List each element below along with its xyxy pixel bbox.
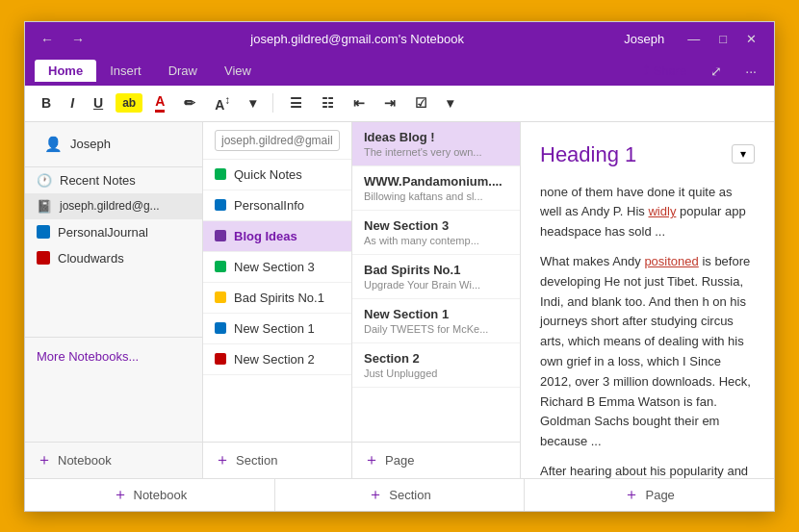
indent-increase-button[interactable]: ⇥ [377,92,402,114]
plus-icon-section: ＋ [215,450,230,470]
clock-icon: 🕐 [37,173,52,188]
titlebar-navigation: ← → [35,30,90,49]
window-controls: — □ ✕ [680,30,764,48]
main-content: 👤 Joseph 🕐 Recent Notes 📓 joseph.gildred… [25,122,774,478]
sections-panel: Quick Notes PersonalInfo Blog Ideas New … [203,122,352,478]
section-quick-notes[interactable]: Quick Notes [203,160,351,190]
checkbox-button[interactable]: ☑ [408,92,434,114]
add-page-button[interactable]: ＋ Page [364,450,508,470]
pages-panel: Ideas Blog ! The internet's very own... … [352,122,521,478]
more-format-button[interactable]: ▾ [440,92,460,114]
section-dot-blog-ideas [215,230,226,241]
page-item-4[interactable]: New Section 1 Daily TWEETS for McKe... [352,299,520,343]
tab-draw[interactable]: Draw [155,60,211,82]
tab-home[interactable]: Home [35,60,96,82]
tab-view[interactable]: View [211,60,265,82]
section-new-section-3[interactable]: New Section 3 [203,252,351,283]
separator-1 [272,93,273,113]
positoned-underline: positoned [644,254,698,268]
titlebar: ← → joseph.gildred@gmail.com's Notebook … [25,22,774,57]
section-dot-bad-spirits [215,291,226,303]
sidebar-item-notebook-active[interactable]: 📓 joseph.gildred@g... [25,193,202,219]
share-button[interactable]: ⤴ Share [634,60,696,82]
section-bad-spirits[interactable]: Bad Spirits No.1 [203,283,351,314]
plus-icon-bottom-page: ＋ [624,485,639,505]
sidebar-search-area: 👤 Joseph [25,122,202,167]
italic-button[interactable]: I [64,92,81,114]
section-dot-new-2 [215,353,226,365]
bold-button[interactable]: B [35,92,58,114]
section-dot-quick-notes [215,168,226,180]
plus-icon-page: ＋ [364,450,379,470]
ordered-list-button[interactable]: ☷ [315,92,341,114]
share-icon: ⤴ [643,63,650,78]
plus-icon-notebook: ＋ [37,450,52,470]
close-button[interactable]: ✕ [738,30,764,48]
maximize-button[interactable]: □ [711,30,735,48]
unordered-list-button[interactable]: ☰ [283,92,309,114]
page-item-5[interactable]: Section 2 Just Unplugged [352,343,520,388]
personal-journal-icon [37,225,50,239]
underline-button[interactable]: U [87,92,110,114]
eraser-button[interactable]: ✏ [177,92,202,114]
pages-footer: ＋ Page [352,442,520,478]
note-para-2: After hearing about his popularity and s… [540,462,755,477]
sidebar-item-personal-journal[interactable]: PersonalJournal [25,219,202,245]
note-para-0: none of them have done it quite as well … [540,183,755,242]
sidebar-item-recent[interactable]: 🕐 Recent Notes [25,167,202,193]
sidebar: 👤 Joseph 🕐 Recent Notes 📓 joseph.gildred… [25,122,203,478]
onenote-window: ← → joseph.gildred@gmail.com's Notebook … [24,21,775,512]
add-section-button[interactable]: ＋ Section [215,450,340,470]
forward-button[interactable]: → [65,30,90,49]
font-color-button[interactable]: A [148,90,171,115]
page-item-2[interactable]: New Section 3 As with many contemp... [352,211,520,255]
indent-decrease-button[interactable]: ⇤ [347,92,372,114]
section-dot-new-3 [215,261,226,272]
notebook-search-input[interactable] [215,130,340,151]
highlight-button[interactable]: ab [116,93,142,113]
bottom-bar: ＋ Notebook ＋ Section ＋ Page [25,478,774,511]
page-item-1[interactable]: WWW.Pandamonium.... Billowing kaftans an… [352,166,520,211]
widly-underline: widly [648,204,676,218]
note-para-1: What makes Andy positoned is before deve… [540,252,755,452]
section-new-section-1[interactable]: New Section 1 [203,314,351,344]
toolbar-actions: ⤴ Share ⤢ ··· [634,60,764,82]
section-personal-info[interactable]: PersonalInfo [203,190,351,221]
page-item-0[interactable]: Ideas Blog ! The internet's very own... [352,122,520,166]
font-size-button[interactable]: A↕ [208,90,237,115]
sections-header [203,122,351,160]
tab-insert[interactable]: Insert [96,60,155,82]
note-content-area[interactable]: Heading 1 ▾ none of them have done it qu… [521,122,774,478]
ribbon-tabs: Home Insert Draw View ⤴ Share ⤢ ··· [25,57,774,86]
add-notebook-bottom-button[interactable]: ＋ Notebook [25,479,275,511]
sidebar-user[interactable]: 👤 Joseph [33,130,194,159]
titlebar-user: Joseph [624,32,664,46]
heading-dropdown[interactable]: ▾ [732,144,755,164]
sidebar-footer: More Notebooks... [25,337,202,375]
expand-button[interactable]: ⤢ [703,61,730,82]
minimize-button[interactable]: — [680,30,708,48]
section-dot-new-1 [215,322,226,334]
page-item-3[interactable]: Bad Spirits No.1 Upgrade Your Brain Wi..… [352,255,520,299]
section-blog-ideas[interactable]: Blog Ideas [203,221,351,252]
sections-footer: ＋ Section [203,442,351,478]
note-text-body: none of them have done it quite as well … [540,183,755,478]
back-button[interactable]: ← [35,30,60,49]
section-new-section-2[interactable]: New Section 2 [203,344,351,375]
user-icon: 👤 [44,136,63,153]
notebook-icon-active: 📓 [37,199,52,214]
section-dot-personal-info [215,199,226,211]
more-button[interactable]: ··· [737,61,764,82]
add-notebook-button[interactable]: ＋ Notebook [25,442,202,478]
dropdown-arrow[interactable]: ▾ [243,92,263,114]
more-notebooks-link[interactable]: More Notebooks... [37,345,191,367]
cloudwards-icon [37,251,50,265]
add-page-bottom-button[interactable]: ＋ Page [525,479,774,511]
note-heading: Heading 1 ▾ [540,138,755,171]
titlebar-title: joseph.gildred@gmail.com's Notebook [90,32,624,46]
add-section-bottom-button[interactable]: ＋ Section [275,479,526,511]
sidebar-item-cloudwards[interactable]: Cloudwards [25,245,202,271]
plus-icon-bottom-section: ＋ [368,485,383,505]
plus-icon-bottom-notebook: ＋ [113,485,128,505]
formatting-toolbar: B I U ab A ✏ A↕ ▾ ☰ ☷ ⇤ ⇥ ☑ ▾ [25,86,774,122]
